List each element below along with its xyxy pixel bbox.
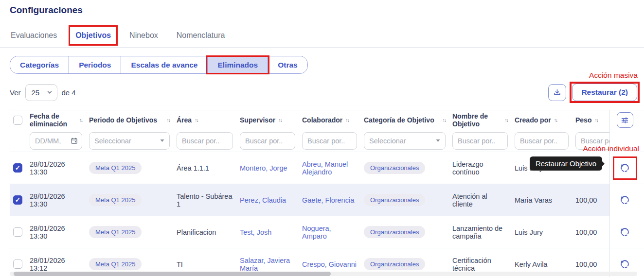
sort-icon[interactable]: ↑↓ [167,117,170,123]
tabs-divider [0,47,644,48]
categoria-badge: Organizacionales [364,226,425,238]
table-header-row: Fecha de eliminación↑↓ Periodo de Objeti… [10,110,644,130]
page-size-group: Ver 25 de 4 [10,84,76,101]
supervisor-link[interactable]: Salazar, Javiera María [240,257,290,272]
categoria-badge: Organizacionales [364,194,425,206]
periodo-badge: Meta Q1 2025 [89,194,142,206]
col-header-creado: Creado por [515,116,551,124]
sort-icon[interactable]: ↑↓ [505,117,508,123]
supervisor-link[interactable]: Perez, Claudia [240,196,286,204]
cell-creado: Maria Varas [514,194,574,206]
column-settings-button[interactable] [617,112,633,128]
sort-icon[interactable]: ↑↓ [278,117,282,123]
filter-categoria-select[interactable]: Seleccionar [364,132,446,150]
sort-icon[interactable]: ↑↓ [594,117,598,123]
dropdown-arrow-icon [160,139,164,142]
cell-peso: 100,00 [574,259,609,270]
filter-colaborador-input[interactable] [302,132,357,150]
tab-nomenclatura[interactable]: Nomenclatura [176,29,226,42]
cell-area: Área 1.1.1 [176,162,239,174]
filter-creado-input[interactable] [515,132,569,150]
annotation-individual-action: Acción individual [583,144,639,153]
configurations-page: Configuraciones Evaluaciones Objetivos N… [0,0,644,277]
restore-selected-button[interactable]: Restaurar (2) [572,84,637,101]
col-header-colaborador: Colaborador [302,116,342,124]
cell-creado: Luis Jury [514,226,574,238]
subtab-eliminados[interactable]: Eliminados [208,56,268,73]
row-checkbox[interactable] [13,195,22,205]
supervisor-link[interactable]: Test, Josh [240,228,271,236]
dropdown-arrow-icon [436,139,440,142]
total-count-label: de 4 [62,88,76,97]
categoria-badge: Organizacionales [364,258,425,270]
filter-date-input[interactable] [30,132,82,150]
filter-area-input[interactable] [177,132,233,150]
main-tabs: Evaluaciones Objetivos Ninebox Nomenclat… [10,29,226,42]
download-button[interactable] [548,84,566,101]
row-checkbox[interactable] [13,163,22,173]
restore-row-button[interactable] [617,256,633,273]
cell-nombre: Atención al cliente [451,190,514,210]
categoria-badge: Organizacionales [364,162,425,174]
cell-nombre: Lanzamiento de campaña [451,223,514,242]
subtab-otras[interactable]: Otras [268,56,307,73]
col-header-categoria: Categoría de Objetivo [364,116,434,124]
col-header-supervisor: Supervisor [240,116,275,124]
periodo-badge: Meta Q1 2025 [89,258,142,270]
restore-row-button[interactable] [617,224,633,241]
cell-peso: 100,00 [574,226,609,238]
filter-supervisor-input[interactable] [240,132,295,150]
table-filter-row: Seleccionar Seleccionar [10,130,644,152]
objectives-subtabs: Categorías Periodos Escalas de avance El… [10,56,308,74]
cell-nombre: Liderazgo contínuo [451,158,514,178]
chevron-down-icon [47,90,52,95]
cell-peso: 100,00 [574,194,609,206]
subtab-categorias[interactable]: Categorías [10,56,69,73]
filter-categoria-placeholder: Seleccionar [369,137,406,145]
sliders-icon [621,116,629,124]
col-header-fecha: Fecha de eliminación [30,112,76,128]
cell-area: Planificacion [176,226,239,238]
colaborador-link[interactable]: Noguera, Amparo [302,225,331,240]
page-size-value: 25 [32,88,40,97]
subtab-periodos[interactable]: Periodos [69,56,121,73]
restore-icon [620,227,630,237]
restore-row-button[interactable] [617,160,633,176]
table-row: 28/01/2026 13:30 Meta Q1 2025 Talento - … [10,184,644,216]
row-checkbox[interactable] [13,260,22,269]
horizontal-scrollbar-thumb[interactable] [14,272,331,276]
tab-evaluaciones[interactable]: Evaluaciones [10,29,58,42]
periodo-badge: Meta Q1 2025 [89,226,142,238]
filter-nombre-input[interactable] [452,132,508,150]
restore-tooltip: Restaurar Objetivo [530,156,602,171]
colaborador-link[interactable]: Abreu, Manuel Alejandro [302,160,348,176]
tab-ninebox[interactable]: Ninebox [128,29,159,42]
colaborador-link[interactable]: Gaete, Florencia [302,196,354,204]
sort-icon[interactable]: ↑↓ [554,117,557,123]
cell-nombre: Certificación técnica [451,255,514,274]
sort-icon[interactable]: ↑↓ [443,117,446,123]
ver-label: Ver [10,88,21,97]
periodo-badge: Meta Q1 2025 [89,162,142,174]
horizontal-scrollbar-track[interactable] [10,272,637,276]
col-header-nombre: Nombre de Objetivo [452,112,502,128]
subtab-escalas-de-avance[interactable]: Escalas de avance [121,56,208,73]
page-title: Configuraciones [10,5,83,16]
col-header-area: Área [177,116,192,124]
row-checkbox[interactable] [13,227,22,237]
cell-fecha: 28/01/2026 13:30 [29,223,88,242]
supervisor-link[interactable]: Montero, Jorge [240,164,287,172]
cell-area: Talento - Subárea 1 [176,190,239,210]
colaborador-link[interactable]: Crespo, Giovanni [302,260,357,268]
page-size-select[interactable]: 25 [25,84,57,101]
sort-icon[interactable]: ↑↓ [195,117,198,123]
select-all-checkbox[interactable] [13,116,22,125]
restore-row-button[interactable] [617,192,633,208]
sort-icon[interactable]: ↑↓ [79,117,83,123]
sort-icon[interactable]: ↑↓ [345,117,349,123]
annotation-mass-action: Acción masiva [589,71,638,80]
cell-area: TI [176,259,239,270]
filter-periodo-placeholder: Seleccionar [94,137,131,145]
tab-objetivos[interactable]: Objetivos [74,29,112,42]
filter-periodo-select[interactable]: Seleccionar [89,132,170,150]
